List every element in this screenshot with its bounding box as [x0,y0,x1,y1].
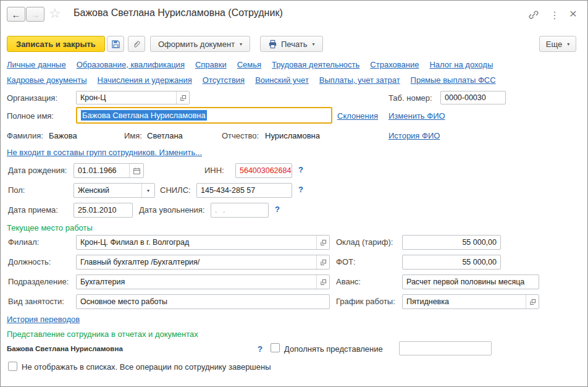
snils-help-icon[interactable]: ? [298,185,303,194]
full-name-field[interactable]: Бажова Светлана Нурисламовна [76,107,332,124]
print-label: Печать [281,40,308,49]
branch-field[interactable]: Крон-Ц. Филиал в г. Волгоград [76,235,330,250]
birth-date-label: Дата рождения: [8,166,67,175]
employee-groups-link[interactable]: Не входит в составы групп сотрудников. И… [7,148,202,157]
branch-open-button[interactable] [316,236,329,249]
schedule-label: График работы: [336,297,395,306]
more-button[interactable]: Еще ▾ [539,36,576,52]
nav-link-military-registration[interactable]: Воинский учет [255,75,309,85]
gender-dropdown-button[interactable]: ▾ [141,184,154,197]
gender-dropdown[interactable]: Женский ▾ [74,183,155,198]
save-button[interactable] [107,36,124,52]
attachments-button[interactable] [128,36,145,52]
surname-label: Фамилия: [7,131,43,140]
nav-link-family[interactable]: Семья [237,60,261,69]
hide-in-lists-label: Не отображать в списках. Все операции по… [22,362,271,372]
patronymic-label: Отчество: [222,131,259,140]
nav-link-certificates[interactable]: Справки [195,60,227,69]
nav-link-accruals-deductions[interactable]: Начисления и удержания [98,75,192,85]
advance-field[interactable]: Расчет первой половины месяца [402,274,539,289]
nav-link-personal-data[interactable]: Личные данные [7,60,66,69]
department-label: Подразделение: [8,277,69,286]
payroll-field[interactable]: 55 000,00 [402,255,501,270]
name-history-link[interactable]: История ФИО [388,131,440,140]
gender-label: Пол: [8,185,25,195]
full-name-label: Полное имя: [7,111,54,121]
inn-label: ИНН: [204,166,224,175]
department-value: Бухгалтерия [77,275,316,289]
nav-link-absences[interactable]: Отсутствия [203,75,245,85]
open-icon [529,298,537,306]
hide-in-lists-checkbox[interactable] [8,362,17,371]
append-presentation-value [400,342,491,355]
nav-link-education[interactable]: Образование, квалификация [77,60,185,69]
change-name-link[interactable]: Изменить ФИО [388,111,445,121]
declensions-link[interactable]: Склонения [337,111,378,121]
employee-card-window: ← → ☆ Бажова Светлана Нурисламовна (Сотр… [0,0,588,387]
print-button[interactable]: Печать ▾ [260,36,323,52]
employment-type-field[interactable]: Основное место работы [76,294,330,309]
hire-date-field[interactable]: 25.01.2010 [74,203,133,218]
open-icon [319,278,327,286]
snils-label: СНИЛС: [160,185,191,195]
birth-date-calendar-button[interactable] [129,164,143,177]
nav-link-fss-direct-payments[interactable]: Прямые выплаты ФСС [411,75,496,85]
save-and-close-button[interactable]: Записать и закрыть [7,36,105,52]
hire-date-value: 25.01.2010 [74,203,132,217]
page-title: Бажова Светлана Нурисламовна (Сотрудник) [74,7,283,19]
department-open-button[interactable] [316,275,329,289]
nav-link-income-tax[interactable]: Налог на доходы [429,60,493,69]
append-presentation-input[interactable] [399,341,492,355]
organization-open-button[interactable] [176,91,189,104]
presentation-help-icon[interactable]: ? [258,344,262,354]
nav-row-2: Кадровые документы Начисления и удержани… [7,75,496,85]
full-name-selected-text: Бажова Светлана Нурисламовна [81,110,207,121]
salary-value: 55 000,00 [403,236,500,249]
schedule-open-button[interactable] [526,295,539,308]
inn-help-icon[interactable]: ? [298,165,303,174]
append-presentation-checkbox[interactable] [271,343,280,352]
nav-link-payments-costs[interactable]: Выплаты, учет затрат [319,75,400,85]
department-field[interactable]: Бухгалтерия [76,274,330,289]
schedule-value: Пятидневка [403,295,526,308]
open-icon [319,258,327,266]
salary-field[interactable]: 55 000,00 [402,235,501,250]
create-document-button[interactable]: Оформить документ ▾ [150,36,250,52]
schedule-field[interactable]: Пятидневка [402,294,539,309]
chevron-down-icon: ▾ [147,188,149,194]
tab-number-field[interactable]: 0000-00030 [440,91,506,104]
birth-date-field[interactable]: 01.01.1966 [74,163,144,178]
branch-label: Филиал: [8,237,39,247]
back-button[interactable]: ← [7,7,25,22]
organization-label: Организация: [7,93,57,103]
position-label: Должность: [8,257,51,266]
dismissal-help-icon[interactable]: ? [275,205,280,214]
chevron-down-icon: ▾ [567,41,569,47]
close-icon: × [569,6,577,21]
inn-value: 564003062684 [236,164,292,177]
close-window-button[interactable]: × [565,6,581,22]
payroll-label: ФОТ: [336,257,356,266]
nav-link-work-activity[interactable]: Трудовая деятельность [272,60,359,69]
dismissal-date-label: Дата увольнения: [139,205,204,215]
organization-field[interactable]: Крон-Ц [76,91,190,104]
floppy-disk-icon [111,40,120,49]
dismissal-date-placeholder: . . [211,203,268,217]
forward-button[interactable]: → [26,7,44,22]
kebab-menu-button[interactable]: ⋮ [548,7,561,23]
position-open-button[interactable] [316,255,329,269]
back-arrow-icon: ← [12,10,21,19]
transfer-history-link[interactable]: История переводов [7,315,80,324]
presentation-employee-name: Бажова Светлана Нурисламовна [7,345,123,352]
position-field[interactable]: Главный бухгалтер /Бухгалтерия/ [76,255,330,270]
hire-date-label: Дата приема: [8,205,58,215]
nav-link-hr-documents[interactable]: Кадровые документы [7,75,87,85]
dismissal-date-field[interactable]: . . [211,203,269,218]
nav-link-insurance[interactable]: Страхование [370,60,419,69]
inn-field[interactable]: 564003062684 [235,163,292,178]
forward-arrow-icon: → [31,10,40,19]
snils-field[interactable]: 145-434-285 57 [196,183,292,198]
paperclip-icon [132,40,141,49]
favorite-star-icon[interactable]: ☆ [49,6,61,22]
get-link-button[interactable] [526,7,542,23]
